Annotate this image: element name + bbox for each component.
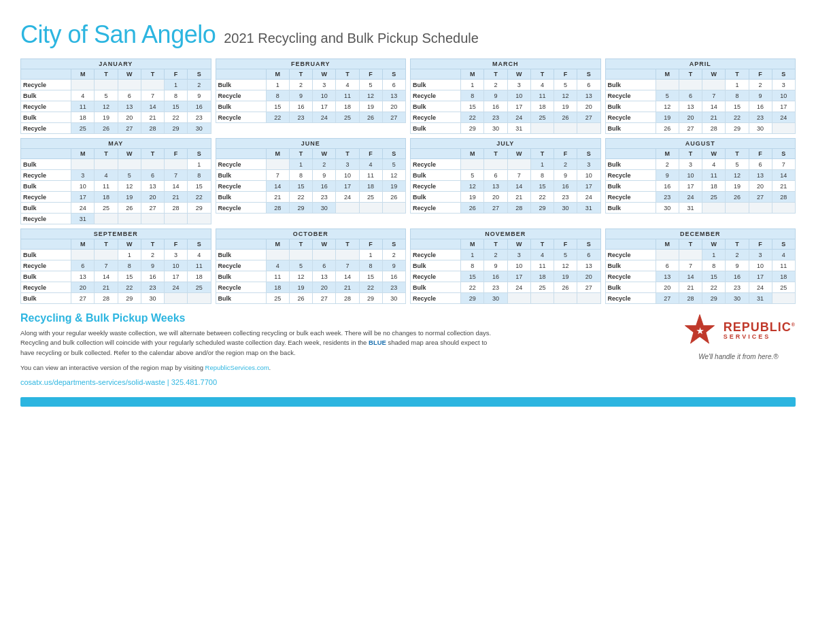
- row-label-recycle: Recycle: [21, 260, 71, 271]
- month-table-december: DECEMBERMTWTFSRecycle1234Bulk67891011Rec…: [605, 228, 796, 304]
- calendar-day: 9: [382, 260, 405, 271]
- calendar-day: 5: [554, 250, 577, 260]
- calendar-day: 30: [656, 203, 679, 214]
- row-label-bulk: Bulk: [411, 260, 461, 271]
- dow-header-F: F: [749, 69, 772, 80]
- month-header-january: JANUARY: [21, 59, 211, 69]
- row-label-recycle: Recycle: [411, 250, 461, 260]
- calendar-day: 26: [726, 192, 749, 203]
- row-label-bulk: Bulk: [216, 192, 266, 203]
- calendar-day: 31: [679, 203, 702, 214]
- calendar-day: 3: [679, 159, 702, 170]
- dow-header-S: S: [772, 69, 795, 80]
- calendar-day: [95, 159, 118, 170]
- calendar-day: 28: [266, 203, 289, 214]
- calendar-day: 10: [507, 260, 530, 271]
- dow-header-M: M: [266, 239, 289, 250]
- calendar-day: 8: [726, 90, 749, 101]
- calendar-day: 26: [289, 293, 312, 304]
- calendar-day: 5: [554, 80, 577, 90]
- footer-interactive-note: You can view an interactive version of t…: [20, 363, 496, 373]
- dow-header-M: M: [656, 69, 679, 80]
- calendar-day: 12: [554, 90, 577, 101]
- calendar-day: 25: [530, 112, 554, 123]
- calendar-day: 7: [507, 170, 530, 181]
- calendar-day: 20: [679, 112, 702, 123]
- month-row-bulk: Bulk181920212223: [21, 112, 211, 123]
- calendar-day: 9: [656, 170, 679, 181]
- calendar-day: 14: [702, 101, 726, 112]
- calendar-day: 17: [679, 181, 702, 192]
- calendar-day: 4: [95, 170, 118, 181]
- month-table-may: MAYMTWTFSBulk1Recycle345678Bulk101112131…: [20, 138, 211, 224]
- month-november: NOVEMBERMTWTFSRecycle123456Bulk891011121…: [410, 228, 601, 304]
- bottom-bar: [20, 397, 796, 407]
- calendar-day: [656, 250, 679, 260]
- calendar-day: 27: [71, 293, 95, 304]
- calendar-day: 11: [702, 170, 726, 181]
- calendar-day: 30: [313, 203, 336, 214]
- logo-text: REPUBLIC® SERVICES: [724, 321, 796, 340]
- calendar-day: 24: [749, 282, 772, 293]
- calendar-day: 22: [165, 112, 188, 123]
- month-row-bulk: Bulk293031: [411, 123, 601, 134]
- row-label-recycle: Recycle: [216, 90, 266, 101]
- calendar-day: [71, 159, 95, 170]
- calendar-day: 7: [165, 170, 188, 181]
- row-label-recycle: Recycle: [216, 181, 266, 192]
- calendar-day: 18: [336, 101, 359, 112]
- month-table-june: JUNEMTWTFSRecycle12345Bulk789101112Recyc…: [216, 138, 407, 214]
- republic-logo: ★ REPUBLIC® SERVICES: [681, 312, 796, 349]
- dow-header-M: M: [71, 239, 95, 250]
- row-label-bulk: Bulk: [21, 293, 71, 304]
- calendar-day: 11: [95, 181, 118, 192]
- dow-header-F: F: [554, 239, 577, 250]
- month-row-bulk: Bulk121314151617: [605, 101, 796, 112]
- calendar-day: 14: [679, 271, 702, 282]
- calendar-day: 15: [530, 181, 554, 192]
- calendar-day: 12: [289, 271, 312, 282]
- dow-header-F: F: [359, 69, 382, 80]
- month-row-recycle: Recycle2930: [411, 293, 601, 304]
- dow-header-F: F: [554, 69, 577, 80]
- month-row-bulk: Bulk8910111213: [411, 260, 601, 271]
- row-label-bulk: Bulk: [216, 170, 266, 181]
- calendar-day: [95, 214, 118, 224]
- calendar-day: 11: [772, 260, 795, 271]
- dow-header-F: F: [749, 149, 772, 159]
- calendar-day: 4: [336, 80, 359, 90]
- month-header-march: MARCH: [411, 59, 601, 69]
- month-dow-row: MTWTFS: [216, 149, 406, 159]
- footer-contact-link[interactable]: cosatx.us/departments-services/solid-was…: [20, 378, 217, 386]
- month-row-bulk: Bulk252627282930: [216, 293, 406, 304]
- calendar-day: 3: [336, 159, 359, 170]
- calendar-day: 13: [141, 181, 164, 192]
- calendar-day: 14: [507, 181, 530, 192]
- month-row-bulk: Bulk12: [216, 250, 406, 260]
- republic-services-link[interactable]: RepublicServices.com: [205, 364, 269, 371]
- month-row-recycle: Recycle8910111213: [411, 90, 601, 101]
- calendar-day: 8: [461, 260, 484, 271]
- calendar-day: 16: [749, 101, 772, 112]
- calendar-day: 2: [382, 250, 405, 260]
- calendar-day: 29: [289, 203, 312, 214]
- month-row-recycle: Recycle131415161718: [605, 271, 796, 282]
- dow-header-W: W: [118, 149, 141, 159]
- calendar-day: 16: [188, 101, 211, 112]
- calendar-day: [772, 123, 795, 134]
- calendar-day: 23: [484, 112, 507, 123]
- month-row-recycle: Recycle222324252627: [411, 112, 601, 123]
- row-label-recycle: Recycle: [605, 192, 656, 203]
- month-row-bulk: Bulk222324252627: [411, 282, 601, 293]
- calendar-day: 11: [359, 170, 382, 181]
- month-row-recycle: Recycle181920212223: [216, 282, 406, 293]
- row-label-recycle: Recycle: [605, 250, 656, 260]
- calendar-day: 6: [484, 170, 507, 181]
- dow-header-T: T: [530, 69, 554, 80]
- calendar-day: 1: [359, 250, 382, 260]
- calendar-day: 15: [359, 271, 382, 282]
- calendar-day: 30: [484, 123, 507, 134]
- footer-text: Recycling & Bulk Pickup Weeks Along with…: [20, 312, 668, 386]
- footer-area: Recycling & Bulk Pickup Weeks Along with…: [20, 312, 796, 386]
- month-row-bulk: Bulk111213141516: [216, 271, 406, 282]
